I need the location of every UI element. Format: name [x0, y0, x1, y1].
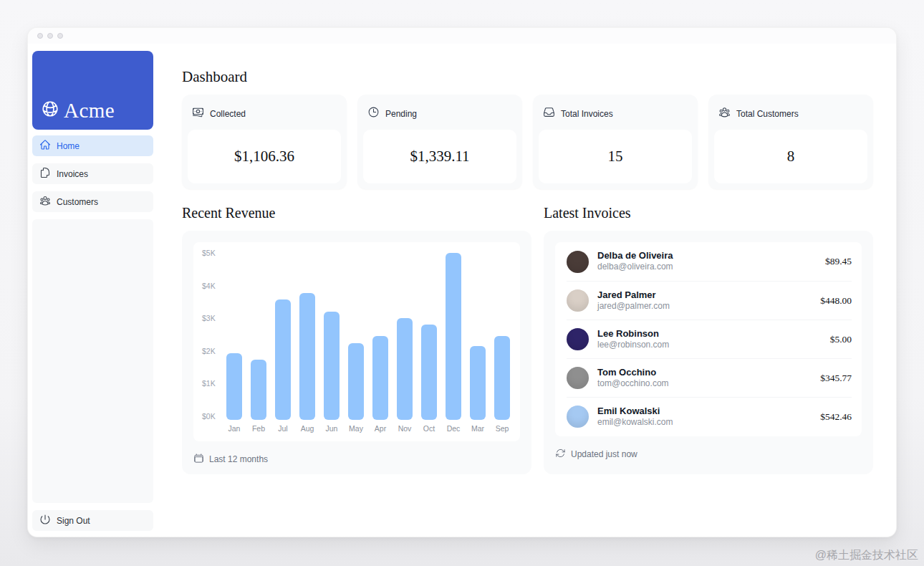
arrow-path-icon	[555, 448, 566, 461]
sidebar-item-customers[interactable]: Customers	[32, 191, 153, 212]
revenue-bar	[251, 360, 266, 420]
banknotes-icon	[192, 106, 204, 121]
app-window: Acme Home Invoices Customers	[27, 27, 897, 537]
month-label: Nov	[398, 425, 412, 436]
customer-name: Tom Occhino	[597, 367, 820, 378]
stat-card-label: Collected	[210, 109, 246, 119]
home-icon	[39, 139, 51, 153]
revenue-bar	[421, 325, 437, 420]
invoice-row: Lee Robinson lee@robinson.com $5.00	[567, 320, 852, 358]
invoice-list: Delba de Oliveira delba@oliveira.com $89…	[555, 242, 862, 436]
invoice-row: Jared Palmer jared@palmer.com $448.00	[567, 281, 852, 320]
sidebar-item-invoices[interactable]: Invoices	[32, 163, 153, 184]
month-label: Jan	[228, 425, 241, 436]
month-label: Oct	[423, 425, 435, 436]
invoices-title: Latest Invoices	[544, 205, 873, 221]
stat-card-label: Total Invoices	[561, 109, 613, 119]
bar-column: Jul	[275, 249, 291, 436]
chart-footer: Last 12 months	[193, 453, 520, 466]
stat-card-pending: Pending $1,339.11	[357, 95, 522, 189]
sidebar-filler	[32, 219, 153, 503]
customer-email: delba@oliveira.com	[597, 262, 825, 273]
watermark: @稀土掘金技术社区	[815, 548, 918, 563]
revenue-bar	[324, 312, 340, 420]
stat-card-label: Pending	[385, 109, 417, 119]
revenue-bar	[226, 353, 242, 420]
revenue-bar	[348, 343, 364, 420]
window-content: Acme Home Invoices Customers	[28, 44, 896, 537]
main-content: Dashboard Collected $1,106.36	[153, 44, 896, 537]
bar-column: Mar	[470, 249, 486, 436]
bar-column: Jan	[226, 249, 242, 436]
bar-column: Aug	[299, 249, 315, 436]
customer-name: Emil Kowalski	[597, 406, 820, 417]
revenue-bar	[446, 253, 461, 420]
customer-name: Delba de Oliveira	[597, 250, 825, 262]
invoice-amount: $448.00	[820, 295, 852, 307]
revenue-bar	[299, 293, 315, 420]
stat-card-total-invoices: Total Invoices 15	[533, 95, 698, 189]
month-label: May	[349, 425, 363, 436]
month-label: Apr	[375, 425, 386, 436]
customer-name: Lee Robinson	[597, 328, 830, 340]
avatar	[567, 251, 589, 273]
customer-email: tom@occhino.com	[597, 378, 820, 390]
latest-invoices-section: Latest Invoices Delba de Oliveira delba@…	[544, 205, 873, 474]
window-control-dot[interactable]	[57, 33, 63, 39]
recent-revenue-section: Recent Revenue $5K$4K$3K$2K$1K$0K JanFeb…	[182, 205, 531, 474]
bar-column: Dec	[446, 249, 461, 436]
brand-name: Acme	[64, 100, 115, 121]
y-tick-label: $3K	[202, 315, 221, 322]
clock-icon	[367, 106, 380, 121]
bar-column: Oct	[421, 249, 437, 436]
revenue-bar	[494, 336, 510, 420]
revenue-bar	[372, 336, 388, 420]
inbox-icon	[543, 106, 555, 121]
sidebar-item-label: Home	[57, 141, 80, 151]
y-tick-label: $0K	[202, 413, 221, 421]
window-control-dot[interactable]	[47, 33, 53, 39]
customer-email: emil@kowalski.com	[597, 417, 820, 428]
stat-card-total-customers: Total Customers 8	[708, 95, 873, 189]
y-tick-label: $1K	[202, 380, 221, 388]
page-title: Dashboard	[182, 68, 873, 86]
bar-column: May	[348, 249, 364, 436]
stat-card-label: Total Customers	[736, 109, 799, 119]
globe-icon	[41, 100, 59, 121]
month-label: Feb	[252, 425, 265, 436]
stat-card-value: 15	[539, 130, 692, 183]
invoice-amount: $345.77	[820, 373, 852, 384]
revenue-bar-chart: $5K$4K$3K$2K$1K$0K JanFebJulAugJunMayApr…	[193, 242, 520, 441]
stat-card-value: $1,339.11	[363, 130, 516, 183]
window-control-dot[interactable]	[37, 33, 43, 39]
y-tick-label: $5K	[202, 249, 221, 257]
sidebar-item-home[interactable]: Home	[32, 135, 153, 156]
chart-bars: JanFebJulAugJunMayAprNovOctDecMarSep	[226, 249, 510, 436]
month-label: Aug	[301, 425, 314, 436]
month-label: Sep	[496, 425, 509, 436]
sign-out-label: Sign Out	[57, 516, 90, 526]
invoice-row: Emil Kowalski emil@kowalski.com $542.46	[567, 397, 852, 436]
stat-card-value: $1,106.36	[188, 130, 341, 183]
window-titlebar	[28, 28, 896, 44]
avatar	[567, 406, 589, 428]
revenue-chart-panel: $5K$4K$3K$2K$1K$0K JanFebJulAugJunMayApr…	[182, 231, 531, 474]
customer-email: jared@palmer.com	[597, 301, 820, 312]
acme-logo[interactable]: Acme	[32, 51, 153, 130]
revenue-bar	[397, 318, 413, 420]
invoice-row: Tom Occhino tom@occhino.com $345.77	[567, 358, 852, 397]
invoice-amount: $89.45	[825, 256, 852, 267]
month-label: Mar	[471, 425, 484, 436]
calendar-icon	[193, 453, 204, 466]
document-duplicate-icon	[39, 167, 51, 181]
invoices-footer: Updated just now	[555, 448, 862, 461]
month-label: Jul	[278, 425, 287, 436]
chart-footer-label: Last 12 months	[209, 454, 268, 464]
sign-out-button[interactable]: Sign Out	[32, 510, 153, 531]
invoices-footer-label: Updated just now	[571, 449, 637, 459]
bar-column: Apr	[372, 249, 388, 436]
avatar	[567, 328, 589, 350]
invoice-row: Delba de Oliveira delba@oliveira.com $89…	[567, 242, 852, 281]
revenue-bar	[275, 299, 291, 420]
bar-column: Sep	[494, 249, 510, 436]
